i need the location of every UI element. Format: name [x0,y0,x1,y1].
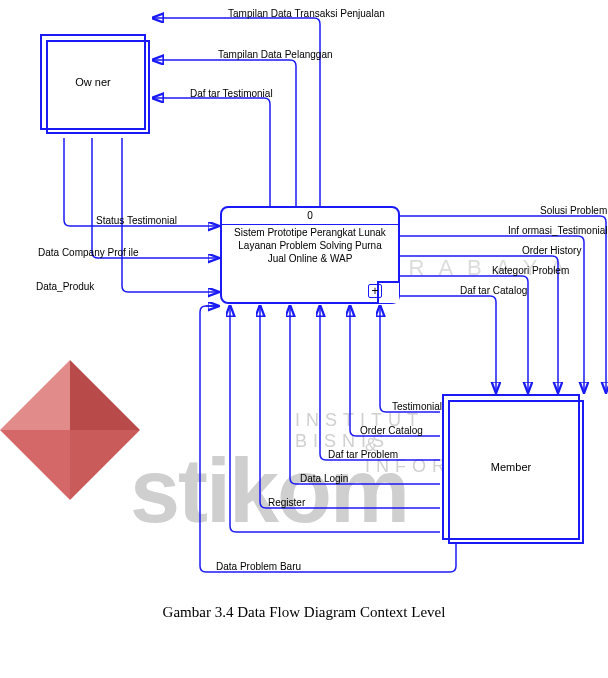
flow-label: Order Catalog [360,425,423,436]
process-body: Sistem Prototipe Perangkat Lunak Layanan… [230,226,390,265]
flow-label: Data Company Prof ile [38,247,139,258]
flow-label: Register [268,497,305,508]
flow-label: Data Problem Baru [216,561,301,572]
process-id: 0 [307,210,313,221]
flow-label: Daf tar Problem [328,449,398,460]
flow-label: Daf tar Catalog [460,285,527,296]
flow-label: Inf ormasi_Testimonial [508,225,607,236]
flow-label: Daf tar Testimonial [190,88,273,99]
flow-label: Data_Produk [36,281,94,292]
dfd-diagram: Ow ner Member 0 Sistem Prototipe Perangk… [0,0,608,678]
entity-owner: Ow ner [40,34,146,130]
flow-label: Tampilan Data Pelanggan [218,49,333,60]
flow-label: Solusi Problem [540,205,607,216]
process-0: 0 Sistem Prototipe Perangkat Lunak Layan… [220,206,400,304]
flow-label: Kategori Problem [492,265,569,276]
flow-label: Order History [522,245,581,256]
expand-icon: + [368,284,382,298]
flow-label: Testimonial [392,401,442,412]
entity-member: Member [442,394,580,540]
flow-label: Data Login [300,473,348,484]
figure-caption: Gambar 3.4 Data Flow Diagram Context Lev… [0,604,608,621]
flow-label: Status Testimonial [96,215,177,226]
flow-label: Tampilan Data Transaksi Penjualan [228,8,385,19]
